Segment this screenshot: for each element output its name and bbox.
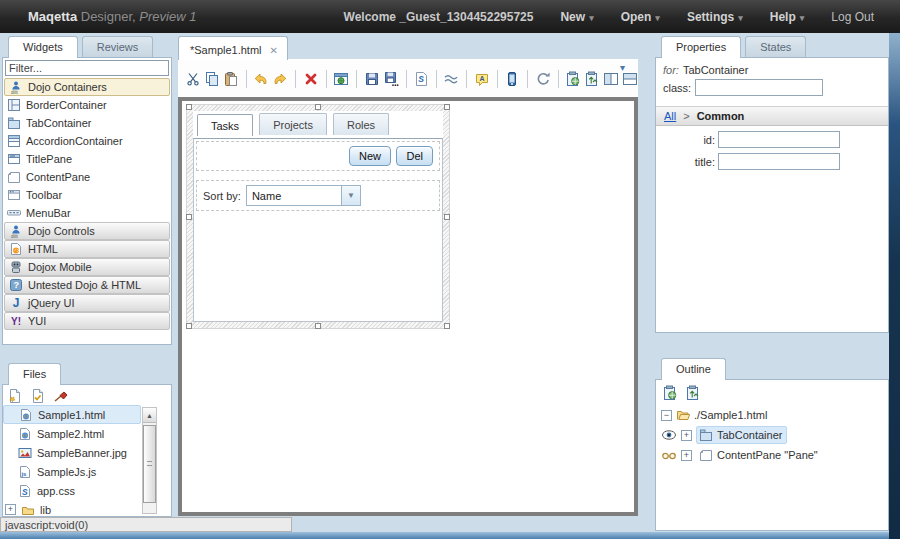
resize-handle[interactable] [444, 214, 450, 220]
scrollbar-thumb[interactable] [143, 425, 156, 503]
brand-suffix: Designer, [81, 9, 136, 24]
file-item-sample2[interactable]: Sample2.html [3, 424, 141, 443]
files-scrollbar[interactable]: ▲ [142, 407, 157, 514]
glasses-icon[interactable] [661, 447, 677, 463]
canvas-tab-projects[interactable]: Projects [259, 113, 327, 135]
widget-selection-frame[interactable]: Tasks Projects Roles New Del Sort by: ▼ [186, 104, 450, 329]
expand-icon[interactable]: + [681, 450, 692, 461]
palette-item-titlepane[interactable]: TitlePane [3, 150, 171, 168]
new-button[interactable]: New [349, 146, 391, 166]
menu-settings[interactable]: Settings▾ [687, 10, 743, 24]
expand-icon[interactable]: + [5, 504, 16, 515]
resize-handle[interactable] [186, 104, 192, 110]
all-link[interactable]: All [664, 110, 676, 122]
palette-item-menubar[interactable]: MenuBar [3, 204, 171, 222]
palette-category-jquery-ui[interactable]: J jQuery UI [4, 294, 170, 312]
canvas-tab-roles[interactable]: Roles [333, 113, 389, 135]
logout-link[interactable]: Log Out [831, 10, 874, 24]
contentpane-widget[interactable]: New Del Sort by: ▼ [193, 138, 443, 322]
palette-browser-icon[interactable] [662, 385, 678, 401]
html-file-icon [18, 427, 32, 441]
resize-handle[interactable] [315, 104, 321, 110]
resize-handle[interactable] [315, 323, 321, 329]
palette-category-untested[interactable]: ? Untested Dojo & HTML [4, 276, 170, 294]
file-item-samplejs[interactable]: js SampleJs.js [3, 462, 141, 481]
outline-node-selected[interactable]: TabContainer [696, 426, 787, 444]
file-item-appcss[interactable]: S app.css [3, 481, 141, 500]
scroll-up-icon[interactable]: ▲ [143, 408, 156, 423]
preview-in-browser-icon[interactable] [333, 70, 349, 88]
paste-icon[interactable] [223, 70, 239, 88]
split-vertical-icon[interactable] [603, 70, 619, 88]
tab-outline[interactable]: Outline [661, 358, 726, 380]
view-source-icon[interactable]: S [413, 70, 429, 88]
canvas-tab-tasks[interactable]: Tasks [197, 114, 253, 136]
outline-node-document[interactable]: − ./Sample1.html [656, 405, 888, 425]
widget-filter-input[interactable] [5, 60, 169, 76]
palette-item-bordercontainer[interactable]: BorderContainer [3, 96, 171, 114]
cleanup-icon[interactable] [53, 388, 69, 404]
save-as-icon[interactable] [383, 70, 399, 88]
cut-icon[interactable] [185, 70, 201, 88]
expand-icon[interactable]: + [681, 430, 692, 441]
right-window-edge [889, 33, 900, 539]
palette-category-dojo-containers[interactable]: dijit Dojo Containers [4, 78, 170, 96]
tab-reviews[interactable]: Reviews [82, 36, 154, 58]
class-input[interactable] [695, 79, 823, 96]
palette-refresh-icon[interactable] [685, 385, 701, 401]
copy-icon[interactable] [204, 70, 220, 88]
combobox-dropdown-icon[interactable]: ▼ [342, 185, 361, 206]
del-button[interactable]: Del [396, 146, 433, 166]
rotate-device-icon[interactable] [535, 70, 551, 88]
toolbar-widget[interactable]: New Del [196, 141, 440, 171]
palette-browser-icon[interactable] [565, 70, 581, 88]
file-item-sample1[interactable]: Sample1.html [3, 405, 141, 424]
tab-states[interactable]: States [745, 36, 806, 58]
collapse-icon[interactable]: − [661, 410, 672, 421]
tab-properties[interactable]: Properties [661, 36, 741, 58]
file-item-samplebanner[interactable]: SampleBanner.jpg [3, 443, 141, 462]
editor-tab-sample1[interactable]: *Sample1.html ✕ [178, 36, 288, 60]
visual-source-toggle-icon[interactable] [443, 70, 459, 88]
palette-item-contentpane[interactable]: ContentPane [3, 168, 171, 186]
menu-new[interactable]: New▾ [560, 10, 593, 24]
resize-handle[interactable] [186, 214, 192, 220]
redo-icon[interactable] [272, 70, 288, 88]
outline-node[interactable]: ContentPane "Pane" [696, 446, 823, 464]
save-icon[interactable] [364, 70, 380, 88]
new-file-icon[interactable] [7, 388, 23, 404]
sort-combobox[interactable]: ▼ [246, 185, 361, 206]
resize-handle[interactable] [186, 323, 192, 329]
jquery-icon: J [9, 296, 23, 310]
palette-refresh-icon[interactable] [584, 70, 600, 88]
eye-icon[interactable] [661, 427, 677, 443]
tab-widgets[interactable]: Widgets [8, 36, 78, 58]
tab-files[interactable]: Files [8, 363, 61, 385]
title-input[interactable] [718, 153, 840, 170]
design-canvas[interactable]: Tasks Projects Roles New Del Sort by: ▼ [178, 97, 638, 516]
close-icon[interactable]: ✕ [270, 45, 278, 56]
outline-node-contentpane[interactable]: + ContentPane "Pane" [656, 445, 888, 465]
mobile-device-icon[interactable] [504, 70, 520, 88]
resize-handle[interactable] [444, 104, 450, 110]
outline-node-tabcontainer[interactable]: + TabContainer [656, 425, 888, 445]
palette-category-html[interactable]: HTML [4, 240, 170, 258]
approve-file-icon[interactable] [30, 388, 46, 404]
id-input[interactable] [718, 131, 840, 148]
menu-help[interactable]: Help▾ [770, 10, 805, 24]
menubar-icon [7, 206, 21, 220]
tabcontainer-widget[interactable]: Tasks Projects Roles New Del Sort by: ▼ [193, 111, 443, 322]
palette-category-yui[interactable]: Y! YUI [4, 312, 170, 330]
toolbar-overflow-icon[interactable]: ▾ [620, 62, 625, 73]
comments-icon[interactable]: A [474, 70, 490, 88]
delete-icon[interactable] [303, 70, 319, 88]
undo-icon[interactable] [253, 70, 269, 88]
palette-category-dojox-mobile[interactable]: Dojox Mobile [4, 258, 170, 276]
palette-item-accordioncontainer[interactable]: AccordionContainer [3, 132, 171, 150]
menu-open[interactable]: Open▾ [621, 10, 660, 24]
palette-item-toolbar[interactable]: Toolbar [3, 186, 171, 204]
sort-combobox-value[interactable] [246, 185, 342, 206]
palette-category-dojo-controls[interactable]: dijit Dojo Controls [4, 222, 170, 240]
resize-handle[interactable] [444, 323, 450, 329]
palette-item-tabcontainer[interactable]: TabContainer [3, 114, 171, 132]
